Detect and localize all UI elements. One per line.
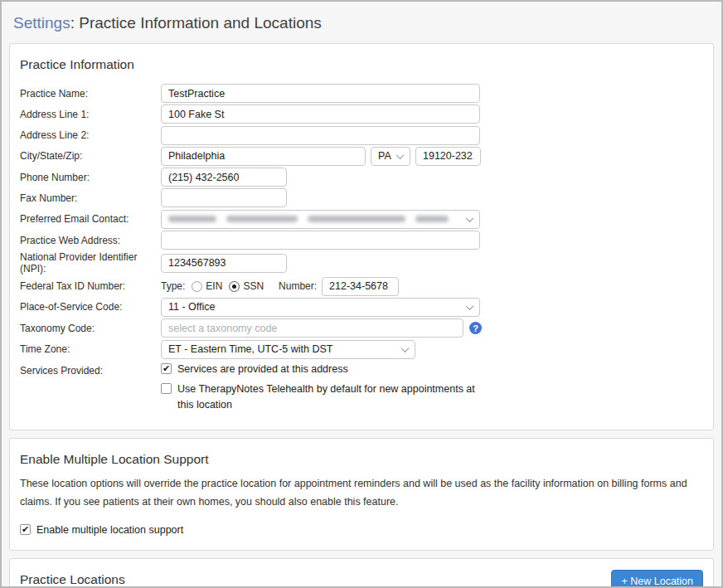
address-line1-input[interactable]	[161, 104, 480, 124]
state-select-value: PA	[378, 150, 391, 162]
zip-input[interactable]	[415, 147, 481, 166]
preferred-email-row: Preferred Email Contact:	[20, 210, 703, 229]
settings-breadcrumb-link[interactable]: Settings	[13, 14, 70, 32]
place-of-service-select[interactable]: 11 - Office	[161, 298, 480, 317]
enable-multiple-location-checkbox-row: ✔ Enable multiple location support	[20, 522, 703, 538]
practice-name-row: Practice Name:	[20, 84, 703, 103]
practice-information-section: Practice Information Practice Name: Addr…	[9, 43, 714, 430]
page-title-rest: : Practice Information and Locations	[70, 14, 322, 32]
redacted-email-value	[168, 216, 449, 222]
preferred-email-select[interactable]	[161, 210, 480, 229]
fax-label: Fax Number:	[20, 192, 161, 204]
time-zone-label: Time Zone:	[20, 343, 161, 355]
phone-row: Phone Number:	[20, 168, 703, 187]
checkbox-checked-icon[interactable]: ✔	[20, 524, 31, 535]
address-line1-label: Address Line 1:	[20, 109, 161, 120]
tax-type-ssn-radio[interactable]	[229, 281, 240, 292]
web-address-input[interactable]	[161, 231, 480, 250]
federal-tax-id-row: Federal Tax ID Number: Type: EIN SSN Num…	[20, 277, 703, 296]
practice-locations-heading: Practice Locations	[20, 572, 125, 587]
taxonomy-row: Taxonomy Code: ?	[20, 318, 703, 338]
city-state-zip-label: City/State/Zip:	[20, 150, 161, 162]
npi-input[interactable]	[161, 254, 287, 273]
tax-type-ein-radio[interactable]	[192, 281, 202, 292]
services-provided-row: Services Provided: ✔ Services are provid…	[20, 362, 703, 418]
multiple-location-section: Enable Multiple Location Support These l…	[9, 438, 714, 551]
place-of-service-label: Place-of-Service Code:	[20, 301, 161, 313]
web-address-label: Practice Web Address:	[20, 235, 161, 246]
services-address-checkbox-row: ✔ Services are provided at this address	[161, 362, 476, 377]
address-line2-label: Address Line 2:	[20, 129, 161, 141]
telehealth-checkbox-row: Use TherapyNotes Telehealth by default f…	[161, 381, 476, 414]
practice-name-input[interactable]	[161, 84, 480, 103]
services-address-checkbox-label: Services are provided at this address	[177, 362, 476, 377]
tax-number-input[interactable]	[322, 277, 399, 296]
chevron-down-icon	[401, 344, 410, 352]
phone-input[interactable]	[161, 168, 287, 187]
tax-type-ssn-label: SSN	[243, 280, 264, 292]
city-state-zip-row: City/State/Zip: PA	[20, 147, 703, 166]
address-line1-row: Address Line 1:	[20, 104, 703, 124]
fax-row: Fax Number:	[20, 188, 703, 207]
taxonomy-input[interactable]	[161, 318, 463, 338]
telehealth-checkbox-label: Use TherapyNotes Telehealth by default f…	[177, 381, 476, 414]
time-zone-select[interactable]: ET - Eastern Time, UTC-5 with DST	[161, 340, 415, 359]
tax-number-label: Number:	[279, 280, 317, 292]
checkbox-checked-icon[interactable]: ✔	[161, 363, 172, 374]
address-line2-input[interactable]	[161, 126, 480, 145]
state-select[interactable]: PA	[371, 147, 410, 166]
tax-type-ein-label: EIN	[206, 280, 222, 292]
npi-row: National Provider Identifier (NPI):	[20, 251, 703, 275]
city-input[interactable]	[161, 147, 366, 166]
multiple-location-heading: Enable Multiple Location Support	[20, 452, 703, 467]
new-location-button[interactable]: + New Location	[611, 570, 703, 588]
practice-information-heading: Practice Information	[20, 57, 703, 72]
fax-input[interactable]	[161, 188, 287, 207]
place-of-service-row: Place-of-Service Code: 11 - Office	[20, 298, 703, 317]
address-line2-row: Address Line 2:	[20, 126, 703, 145]
checkbox-unchecked-icon[interactable]	[161, 383, 172, 394]
practice-name-label: Practice Name:	[20, 88, 161, 100]
npi-label: National Provider Identifier (NPI):	[20, 251, 161, 275]
chevron-down-icon	[466, 214, 474, 222]
preferred-email-label: Preferred Email Contact:	[20, 213, 161, 225]
time-zone-value: ET - Eastern Time, UTC-5 with DST	[168, 343, 332, 355]
services-provided-label: Services Provided:	[20, 362, 161, 377]
chevron-down-icon	[466, 302, 474, 310]
place-of-service-value: 11 - Office	[168, 301, 216, 313]
enable-multiple-location-checkbox-label: Enable multiple location support	[36, 522, 183, 538]
page-title: Settings: Practice Information and Locat…	[2, 2, 721, 43]
taxonomy-label: Taxonomy Code:	[20, 323, 161, 334]
multiple-location-description: These location options will override the…	[20, 475, 703, 512]
chevron-down-icon	[396, 151, 405, 159]
federal-tax-id-label: Federal Tax ID Number:	[20, 280, 161, 292]
time-zone-row: Time Zone: ET - Eastern Time, UTC-5 with…	[20, 340, 703, 359]
web-address-row: Practice Web Address:	[20, 231, 703, 250]
phone-label: Phone Number:	[20, 172, 161, 183]
practice-locations-section: Practice Locations + New Location Locati…	[9, 558, 714, 588]
tax-type-label: Type:	[161, 280, 185, 292]
help-icon[interactable]: ?	[469, 322, 482, 334]
